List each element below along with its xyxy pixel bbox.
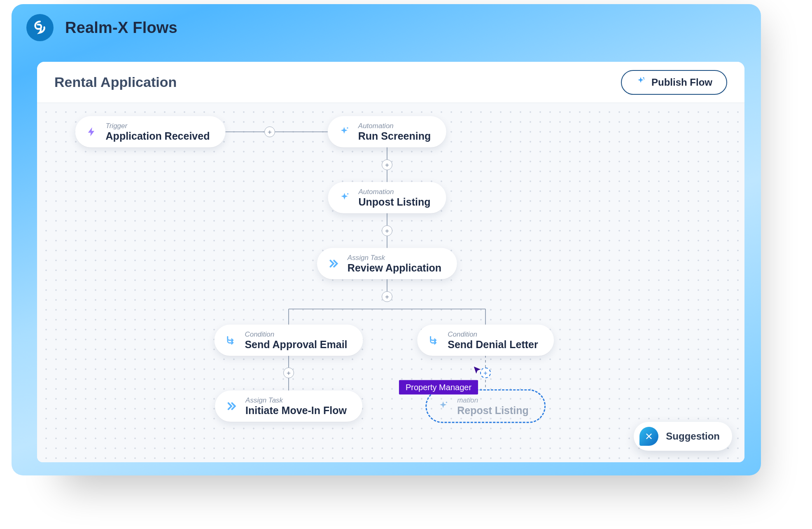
suggestion-bubble-icon bbox=[639, 427, 658, 446]
flow-node-movein[interactable]: Assign Task Initiate Move-In Flow bbox=[215, 391, 362, 422]
add-step-button[interactable]: + bbox=[382, 159, 392, 170]
publish-flow-button[interactable]: Publish Flow bbox=[621, 70, 727, 95]
edges-layer bbox=[37, 103, 744, 462]
app-logo-icon bbox=[26, 14, 54, 41]
collaborator-name: Property Manager bbox=[406, 383, 471, 392]
app-frame: Realm-X Flows Rental Application Publish… bbox=[12, 4, 761, 475]
node-label: Send Denial Letter bbox=[448, 338, 538, 350]
chevrons-right-icon bbox=[224, 399, 239, 414]
node-label: Run Screening bbox=[358, 130, 431, 142]
add-step-button[interactable]: + bbox=[382, 291, 392, 302]
svg-point-13 bbox=[446, 402, 447, 403]
add-step-button[interactable]: + bbox=[264, 126, 275, 137]
suggestion-label: Suggestion bbox=[666, 431, 720, 442]
node-kind: Assign Task bbox=[245, 396, 347, 405]
editor-panel: Rental Application Publish Flow bbox=[37, 62, 744, 462]
sparkle-icon bbox=[337, 190, 352, 205]
branch-icon bbox=[223, 333, 238, 348]
flow-node-deny[interactable]: Condition Send Denial Letter bbox=[417, 325, 554, 356]
flow-canvas[interactable]: + + + + + + Trigger Application Received bbox=[37, 103, 744, 462]
bolt-icon bbox=[84, 124, 99, 139]
node-kind: Assign Task bbox=[348, 254, 441, 262]
sparkle-icon bbox=[636, 76, 646, 89]
svg-point-12 bbox=[347, 193, 348, 194]
flow-node-trigger[interactable]: Trigger Application Received bbox=[75, 116, 226, 147]
node-label: Initiate Move-In Flow bbox=[245, 404, 347, 416]
flow-title: Rental Application bbox=[54, 74, 177, 90]
sparkle-icon bbox=[337, 124, 352, 139]
node-label: Unpost Listing bbox=[359, 196, 431, 208]
node-kind: Condition bbox=[448, 330, 538, 339]
node-kind: Condition bbox=[245, 330, 347, 339]
app-title: Realm-X Flows bbox=[65, 19, 177, 37]
flow-node-approve[interactable]: Condition Send Approval Email bbox=[214, 325, 363, 356]
node-kind: Automation bbox=[359, 188, 431, 196]
node-kind: Automation bbox=[358, 122, 431, 130]
svg-point-1 bbox=[644, 79, 645, 80]
node-label: Review Application bbox=[348, 262, 441, 274]
flow-node-screening[interactable]: Automation Run Screening bbox=[328, 116, 446, 147]
node-label: Repost Listing bbox=[457, 404, 529, 416]
node-label: Application Received bbox=[106, 130, 210, 142]
chevrons-right-icon bbox=[326, 256, 341, 271]
editor-header: Rental Application Publish Flow bbox=[37, 62, 744, 103]
node-label: Send Approval Email bbox=[245, 338, 347, 350]
flow-node-review[interactable]: Assign Task Review Application bbox=[317, 248, 457, 279]
collaborator-tag: Property Manager bbox=[399, 380, 478, 395]
node-kind: mation bbox=[457, 396, 529, 405]
collaborator-cursor-icon bbox=[472, 365, 483, 377]
svg-point-0 bbox=[643, 77, 644, 78]
add-step-button[interactable]: + bbox=[382, 225, 392, 236]
branch-icon bbox=[426, 333, 441, 348]
app-header: Realm-X Flows bbox=[12, 4, 761, 48]
sparkle-icon bbox=[436, 399, 450, 414]
svg-point-11 bbox=[347, 127, 348, 129]
flow-node-unpost[interactable]: Automation Unpost Listing bbox=[328, 182, 446, 213]
node-kind: Trigger bbox=[106, 122, 210, 130]
add-step-button[interactable]: + bbox=[283, 367, 294, 378]
publish-flow-label: Publish Flow bbox=[651, 77, 712, 88]
suggestion-chip[interactable]: Suggestion bbox=[634, 422, 732, 451]
